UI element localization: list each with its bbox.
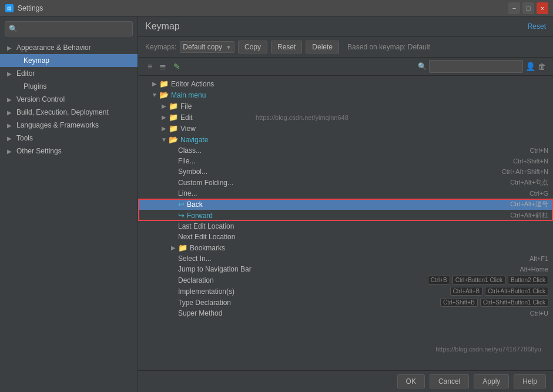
label-edit: Edit: [180, 113, 193, 122]
copy-button[interactable]: Copy: [238, 41, 267, 53]
tree-item-view[interactable]: ▶ 📁 View: [138, 123, 553, 134]
ok-button[interactable]: OK: [397, 374, 425, 388]
forward-icon: ↪: [178, 211, 185, 220]
expand-arrow-tools: ▶: [7, 135, 14, 142]
search-icon: 🔍: [9, 25, 18, 33]
tree-item-line[interactable]: Line... Ctrl+G: [138, 188, 553, 199]
keymap-value: Default copy: [183, 43, 222, 51]
arrow-navigate: ▼: [159, 136, 169, 143]
arrow-editor-actions: ▶: [150, 81, 159, 87]
apply-button[interactable]: Apply: [474, 374, 509, 388]
tree-item-implementation[interactable]: Implementation(s) Ctrl+Alt+B Ctrl+Alt+Bu…: [138, 286, 553, 297]
collapse-all-button[interactable]: ≣: [157, 61, 169, 72]
delete-button[interactable]: Delete: [306, 41, 339, 53]
search-area: 🔍 👤 🗑: [418, 60, 546, 73]
tree-item-jump-to-nav[interactable]: Jump to Navigation Bar Alt+Home: [138, 264, 553, 274]
tree-item-class[interactable]: Class... Ctrl+N: [138, 145, 553, 156]
arrow-file: ▶: [159, 103, 169, 109]
expand-arrow-vc: ▶: [7, 96, 14, 103]
cancel-button[interactable]: Cancel: [430, 374, 469, 388]
label-forward: Forward: [187, 212, 213, 220]
tree-item-last-edit[interactable]: Last Edit Location: [138, 221, 553, 232]
edit-shortcut-button[interactable]: ✎: [171, 61, 183, 72]
shortcut-impl-1: Ctrl+Alt+B: [450, 287, 483, 296]
sidebar-item-version-control[interactable]: ▶ Version Control: [0, 93, 138, 106]
bottom-bar: OK Cancel Apply Help: [138, 370, 553, 392]
tree-item-bookmarks[interactable]: ▶ 📁 Bookmarks: [138, 242, 553, 253]
expand-all-button[interactable]: ≡: [145, 61, 155, 72]
reset-button[interactable]: Reset: [271, 41, 302, 53]
keymap-selector[interactable]: Default copy ▼: [180, 41, 234, 53]
sidebar-search[interactable]: 🔍: [5, 21, 133, 36]
close-button[interactable]: ×: [537, 2, 548, 14]
expand-arrow-other: ▶: [7, 148, 14, 155]
shortcut-type-declaration: Ctrl+Shift+B Ctrl+Shift+Button1 Click: [440, 298, 553, 307]
sidebar-item-build[interactable]: ▶ Build, Execution, Deployment: [0, 106, 138, 119]
sidebar-item-plugins[interactable]: Plugins: [0, 80, 138, 93]
tree-item-file[interactable]: ▶ 📁 File: [138, 100, 553, 112]
arrow-main-menu: ▼: [150, 92, 159, 98]
tree-item-custom-folding[interactable]: Custom Folding... Ctrl+Alt+句点: [138, 177, 553, 188]
sidebar-item-label-plugins: Plugins: [24, 82, 133, 91]
reset-link[interactable]: Reset: [528, 22, 546, 31]
tree-item-main-menu[interactable]: ▼ 📂 Main menu: [138, 89, 553, 100]
trash-icon-button[interactable]: 🗑: [538, 62, 546, 71]
minimize-button[interactable]: −: [508, 2, 520, 14]
shortcut-impl-2: Ctrl+Alt+Button1 Click: [485, 287, 548, 296]
tree-item-editor-actions[interactable]: ▶ 📁 Editor Actions: [138, 78, 553, 89]
shortcut-tag-2: Ctrl+Button1 Click: [453, 276, 505, 284]
shortcut-search-input[interactable]: [429, 60, 523, 73]
shortcut-forward: Ctrl+Alt+斜杠: [510, 211, 553, 220]
tree-item-symbol[interactable]: Symbol... Ctrl+Alt+Shift+N: [138, 166, 553, 177]
tree-item-select-in[interactable]: Select In... Alt+F1: [138, 253, 553, 264]
user-icon-button[interactable]: 👤: [525, 62, 535, 71]
tree-item-super-method[interactable]: Super Method Ctrl+U: [138, 308, 553, 319]
sidebar-item-other[interactable]: ▶ Other Settings: [0, 145, 138, 158]
shortcut-tag-1: Ctrl+B: [428, 276, 450, 284]
arrow-view: ▶: [159, 125, 169, 132]
shortcut-td-2: Ctrl+Shift+Button1 Click: [480, 298, 548, 307]
sidebar-item-label-vc: Version Control: [16, 95, 133, 103]
title-bar: ⚙ Settings − □ ×: [0, 0, 553, 16]
label-navigate: Navigate: [180, 136, 208, 144]
shortcut-jump-to-nav: Alt+Home: [520, 266, 553, 273]
tree-item-forward[interactable]: ↪ Forward Ctrl+Alt+斜杠: [138, 210, 553, 221]
tree-item-type-declaration[interactable]: Type Declaration Ctrl+Shift+B Ctrl+Shift…: [138, 297, 553, 308]
shortcut-super-method: Ctrl+U: [530, 310, 553, 317]
shortcut-declaration: Ctrl+B Ctrl+Button1 Click Button2 Click: [428, 276, 553, 284]
tree-item-next-edit[interactable]: Next Edit Location: [138, 232, 553, 242]
expand-arrow-build: ▶: [7, 109, 14, 116]
tree-item-edit[interactable]: ▶ 📁 Edit: [138, 112, 553, 123]
sidebar-item-tools[interactable]: ▶ Tools: [0, 132, 138, 145]
back-icon: ↩: [178, 200, 185, 209]
tree-item-back[interactable]: ↩ Back Ctrl+Alt+逗号: [138, 199, 553, 210]
folder-icon-navigate: 📂: [169, 135, 178, 144]
help-button[interactable]: Help: [514, 374, 546, 388]
folder-icon-main-menu: 📂: [159, 91, 169, 99]
tree-item-file2[interactable]: File... Ctrl+Shift+N: [138, 156, 553, 166]
sidebar-item-keymap[interactable]: Keymap: [0, 54, 138, 67]
expand-arrow-lang: ▶: [7, 122, 14, 129]
tree-item-declaration[interactable]: Declaration Ctrl+B Ctrl+Button1 Click Bu…: [138, 274, 553, 286]
tree-item-navigate[interactable]: ▼ 📂 Navigate: [138, 134, 553, 145]
label-main-menu: Main menu: [171, 91, 206, 99]
label-super-method: Super Method: [178, 309, 222, 317]
label-editor-actions: Editor Actions: [171, 80, 214, 88]
sidebar-item-appearance[interactable]: ▶ Appearance & Behavior: [0, 41, 138, 54]
shortcut-td-1: Ctrl+Shift+B: [440, 298, 478, 307]
sidebar-item-label-appearance: Appearance & Behavior: [16, 43, 133, 52]
label-declaration: Declaration: [178, 276, 214, 284]
shortcut-implementation: Ctrl+Alt+B Ctrl+Alt+Button1 Click: [450, 287, 553, 296]
label-last-edit: Last Edit Location: [178, 222, 234, 230]
toolbar-row: ≡ ≣ ✎ 🔍 👤 🗑: [138, 58, 553, 76]
label-custom-folding: Custom Folding...: [178, 179, 233, 187]
folder-icon-view: 📁: [169, 124, 178, 133]
label-next-edit: Next Edit Location: [178, 233, 235, 241]
sidebar-item-label-keymap: Keymap: [24, 56, 133, 65]
sidebar-search-input[interactable]: [20, 25, 129, 33]
maximize-button[interactable]: □: [522, 2, 534, 14]
sidebar-item-languages[interactable]: ▶ Languages & Frameworks: [0, 119, 138, 132]
sidebar-item-editor[interactable]: ▶ Editor: [0, 67, 138, 80]
expand-arrow-editor: ▶: [7, 71, 14, 77]
label-jump-to-nav: Jump to Navigation Bar: [178, 265, 252, 273]
